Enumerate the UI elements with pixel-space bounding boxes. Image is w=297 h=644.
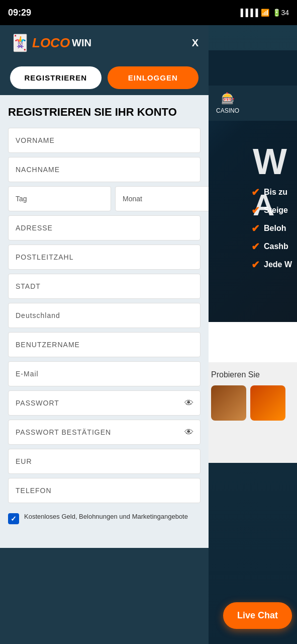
hero-checklist: ✔Bis zu ✔Steige ✔Beloh ✔Cashb ✔Jede W bbox=[251, 186, 292, 271]
land-input[interactable] bbox=[8, 303, 201, 328]
postleitzahl-input[interactable] bbox=[8, 245, 201, 270]
waehrung-input[interactable] bbox=[8, 449, 201, 474]
status-icons: ▐▐▐▐ 📶 🔋34 bbox=[238, 9, 289, 17]
modal-logo-loco: LOCO bbox=[32, 35, 70, 51]
casino-nav-item[interactable]: 🎰 CASINO bbox=[216, 92, 239, 114]
passwort-bestaetigen-input[interactable] bbox=[8, 420, 201, 445]
casino-slot-icon: 🎰 bbox=[221, 92, 235, 105]
benutzername-input[interactable] bbox=[8, 332, 201, 357]
battery-icon: 🔋34 bbox=[272, 9, 289, 17]
passwort-bestaetigen-wrapper: 👁 bbox=[8, 420, 201, 445]
vorname-input[interactable] bbox=[8, 128, 201, 153]
jester-icon: 🃏 bbox=[10, 33, 30, 52]
form-section: REGISTRIEREN SIE IHR KONTO 👁 👁 Kos bbox=[0, 95, 209, 548]
confirm-password-toggle-icon[interactable]: 👁 bbox=[184, 427, 193, 437]
wifi-icon: 📶 bbox=[261, 9, 269, 17]
login-button[interactable]: EINLOGGEN bbox=[108, 66, 199, 89]
marketing-checkbox[interactable] bbox=[8, 513, 19, 524]
close-button[interactable]: X bbox=[192, 37, 199, 49]
modal-logo: 🃏 LOCO WIN bbox=[10, 33, 91, 52]
auth-buttons: REGISTRIEREN EINLOGGEN bbox=[0, 60, 209, 95]
nachname-input[interactable] bbox=[8, 157, 201, 182]
live-chat-button[interactable]: Live Chat bbox=[223, 602, 292, 629]
status-time: 09:29 bbox=[8, 8, 31, 18]
monat-input[interactable] bbox=[115, 186, 209, 211]
game-thumb-2[interactable] bbox=[250, 385, 285, 421]
password-toggle-icon[interactable]: 👁 bbox=[184, 397, 193, 408]
registration-modal: 🃏 LOCO WIN X REGISTRIEREN EINLOGGEN REGI… bbox=[0, 25, 209, 644]
modal-header: 🃏 LOCO WIN X bbox=[0, 25, 209, 60]
marketing-checkbox-label: Kostenloses Geld, Belohnungen und Market… bbox=[24, 512, 188, 521]
telefon-input[interactable] bbox=[8, 478, 201, 503]
marketing-checkbox-row: Kostenloses Geld, Belohnungen und Market… bbox=[8, 507, 201, 529]
game-thumb-1[interactable] bbox=[211, 385, 246, 421]
tag-input[interactable] bbox=[8, 186, 111, 211]
stadt-input[interactable] bbox=[8, 274, 201, 299]
modal-logo-win: WIN bbox=[72, 37, 91, 49]
casino-label: CASINO bbox=[216, 107, 239, 114]
passwort-field-wrapper: 👁 bbox=[8, 390, 201, 416]
adresse-input[interactable] bbox=[8, 215, 201, 240]
status-bar: 09:29 ▐▐▐▐ 📶 🔋34 bbox=[0, 0, 297, 25]
register-button[interactable]: REGISTRIEREN bbox=[10, 66, 102, 89]
probieren-text: Probieren Sie bbox=[211, 370, 289, 379]
email-input[interactable] bbox=[8, 361, 201, 386]
signal-icon: ▐▐▐▐ bbox=[238, 9, 258, 17]
form-title: REGISTRIEREN SIE IHR KONTO bbox=[8, 105, 201, 120]
game-thumbs bbox=[211, 385, 289, 421]
passwort-input[interactable] bbox=[8, 390, 201, 416]
date-row bbox=[8, 186, 201, 211]
